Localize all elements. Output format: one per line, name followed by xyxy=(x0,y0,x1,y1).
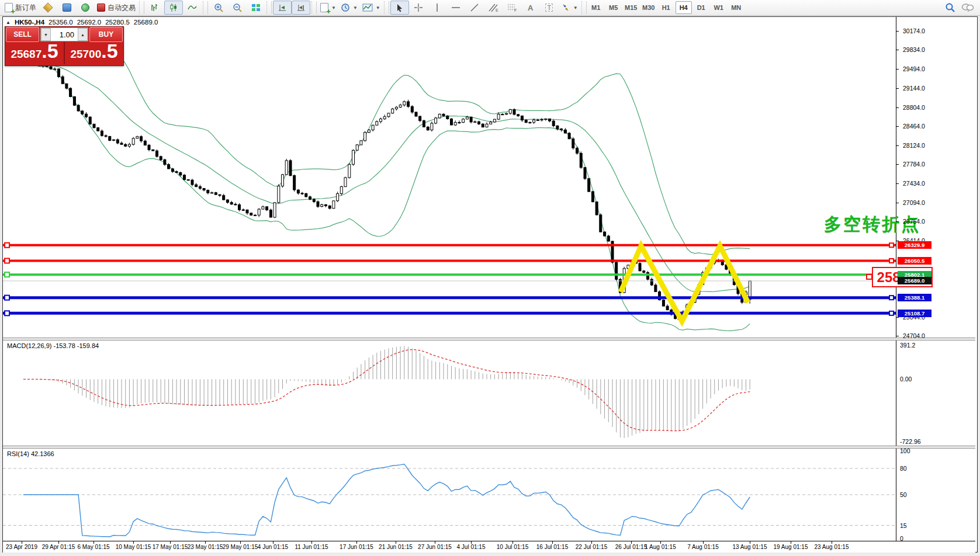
price-axis-tick-label: 26754.0 xyxy=(903,218,925,225)
auto-trading-label: 自动交易 xyxy=(108,3,136,13)
horizontal-level-line[interactable] xyxy=(3,258,896,263)
vertical-line-button[interactable] xyxy=(428,1,446,15)
horizontal-line-button[interactable] xyxy=(446,1,465,15)
price-axis-tick-label: 27784.0 xyxy=(903,161,925,168)
timeframe-d1[interactable]: D1 xyxy=(693,1,709,14)
horizontal-level-line[interactable] xyxy=(3,272,896,277)
pane-splitter[interactable] xyxy=(3,338,975,340)
chat-icon[interactable] xyxy=(961,3,974,12)
buy-price[interactable]: 25700 .5 xyxy=(65,42,123,64)
crosshair-button[interactable] xyxy=(409,1,428,15)
timeframe-m15[interactable]: M15 xyxy=(623,1,639,14)
data-window-button[interactable] xyxy=(57,1,76,15)
chart-shift-icon xyxy=(296,3,306,12)
sell-price[interactable]: 25687 .5 xyxy=(5,42,64,64)
volume-increase-button[interactable]: ▲ xyxy=(78,28,88,41)
price-axis-tick xyxy=(896,107,899,108)
market-watch-button[interactable] xyxy=(39,1,57,15)
panel-collapse-icon[interactable]: ▲ xyxy=(6,20,11,25)
rsi-label: RSI(14) 42.1366 xyxy=(7,450,54,457)
price-axis-tick-label: 30174.0 xyxy=(903,27,925,34)
cursor-icon xyxy=(396,4,404,12)
rsi-axis-label: 80 xyxy=(900,465,907,472)
templates-button[interactable]: ▼ xyxy=(360,1,383,15)
horizontal-level-line[interactable] xyxy=(3,311,896,315)
sell-button[interactable]: SELL xyxy=(6,27,39,42)
rsi-pane[interactable] xyxy=(3,448,896,541)
time-axis-label: 6 May 01:15 xyxy=(77,544,109,550)
volume-input[interactable]: 1.00 xyxy=(51,30,78,39)
tile-windows-button[interactable] xyxy=(247,1,265,15)
zoom-in-button[interactable] xyxy=(209,1,228,15)
price-axis-tick xyxy=(896,69,899,70)
tile-windows-icon xyxy=(251,3,261,12)
arrows-button[interactable]: ▼ xyxy=(559,1,580,15)
pane-splitter[interactable] xyxy=(3,446,975,449)
timeframe-m30[interactable]: M30 xyxy=(640,1,657,14)
timeframe-h1[interactable]: H1 xyxy=(658,1,674,14)
fibonacci-button[interactable]: F xyxy=(503,1,521,15)
navigator-button[interactable] xyxy=(76,1,95,15)
timeframe-w1[interactable]: W1 xyxy=(711,1,727,14)
price-axis-tick xyxy=(896,203,899,203)
ohlc-open: 25356.0 xyxy=(49,19,73,26)
price-axis-tick xyxy=(896,88,899,89)
timeframe-m1[interactable]: M1 xyxy=(588,1,604,14)
toolbar-separator xyxy=(384,1,389,14)
auto-scroll-button[interactable] xyxy=(273,1,292,15)
macd-axis-min: -722.96 xyxy=(900,438,921,445)
candlestick-chart-button[interactable] xyxy=(164,1,183,15)
time-axis-label: 19 Aug 01:15 xyxy=(774,544,808,550)
timeframe-m5[interactable]: M5 xyxy=(605,1,622,14)
macd-label: MACD(12,26,9) -153.78 -159.84 xyxy=(7,342,99,349)
horizontal-level-line[interactable] xyxy=(3,296,896,300)
chevron-down-icon: ▼ xyxy=(376,5,380,11)
text-label-button[interactable]: T xyxy=(540,1,559,15)
zigzag-annotation[interactable] xyxy=(621,246,748,321)
price-axis-tick xyxy=(896,183,899,184)
timeframe-h4[interactable]: H4 xyxy=(676,1,692,14)
bar-chart-button[interactable] xyxy=(146,1,164,15)
chevron-down-icon: ▼ xyxy=(353,5,358,11)
timeframe-mn[interactable]: MN xyxy=(728,1,744,14)
template-icon xyxy=(362,3,373,12)
line-chart-button[interactable] xyxy=(183,1,202,15)
timeframe-bar: M1M5M15M30H1H4D1W1MN xyxy=(588,1,744,14)
time-axis-label: 23 Aug 01:15 xyxy=(815,544,849,550)
trendline-button[interactable] xyxy=(465,1,484,15)
line-chart-icon xyxy=(188,3,197,12)
cursor-button[interactable] xyxy=(390,1,409,15)
time-axis-label: 13 Aug 01:15 xyxy=(733,544,767,550)
periods-button[interactable]: ▼ xyxy=(338,1,360,15)
mt4-window: { "toolbar": { "new_order_label": "新订单",… xyxy=(0,0,980,556)
equidistant-channel-button[interactable]: E xyxy=(484,1,503,15)
auto-trading-button[interactable]: 自动交易 xyxy=(95,1,138,15)
label-icon: T xyxy=(545,4,553,12)
price-axis-tick xyxy=(896,126,899,127)
channel-icon: E xyxy=(488,3,498,12)
search-icon[interactable] xyxy=(945,2,955,13)
zoom-in-icon xyxy=(214,3,223,12)
volume-decrease-button[interactable]: ▼ xyxy=(41,28,51,41)
text-button[interactable]: A xyxy=(521,1,540,15)
time-axis-label: 1 Aug 01:15 xyxy=(645,544,676,550)
time-axis: 23 Apr 201929 Apr 01:156 May 01:1510 May… xyxy=(3,541,975,552)
new-chart-button[interactable]: +▼ xyxy=(318,1,338,15)
horizontal-level-line[interactable] xyxy=(3,243,896,248)
time-axis-label: 10 Jul 01:15 xyxy=(497,544,529,550)
auto-scroll-icon xyxy=(278,3,287,12)
one-click-trading-panel: SELL ▼ 1.00 ▲ BUY 25687 .5 25700 .5 xyxy=(5,26,124,66)
new-order-button[interactable]: + 新订单 xyxy=(2,1,39,15)
macd-axis-zero: 0.00 xyxy=(900,376,912,383)
macd-pane[interactable] xyxy=(3,340,896,446)
price-axis-tick-label: 28464.0 xyxy=(903,123,925,130)
zoom-out-button[interactable] xyxy=(228,1,247,15)
svg-text:F: F xyxy=(514,8,517,12)
rsi-axis-label: 15 xyxy=(900,522,907,529)
time-axis-label: 23 May 01:15 xyxy=(188,544,223,550)
symbol-period: HK50-,H4 xyxy=(15,19,44,26)
price-level-badge: 25388.1 xyxy=(898,294,931,301)
chart-shift-button[interactable] xyxy=(292,1,310,15)
main-chart-pane[interactable] xyxy=(3,17,896,338)
svg-text:E: E xyxy=(496,8,498,12)
